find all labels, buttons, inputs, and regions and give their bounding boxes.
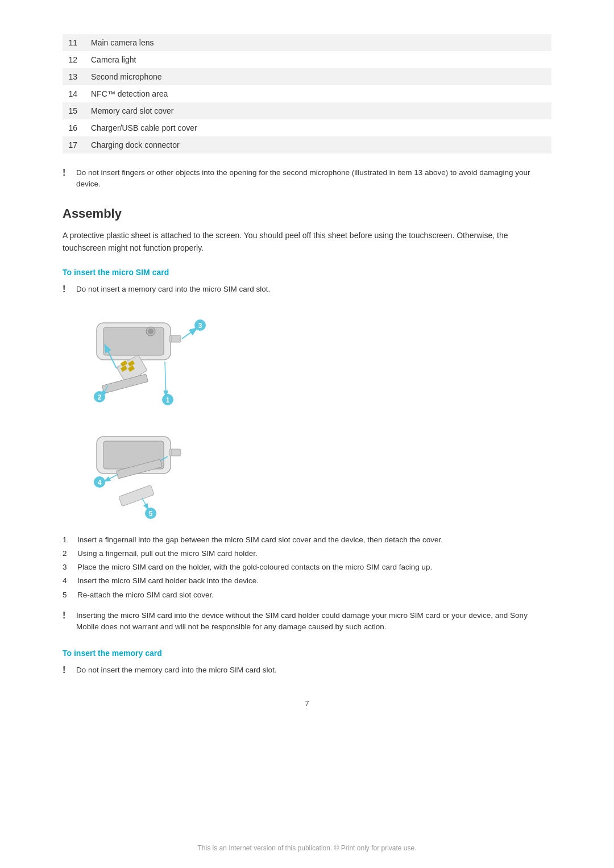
svg-line-34 [142, 498, 148, 509]
sim-steps-list: 1Insert a fingernail into the gap betwee… [63, 534, 551, 601]
step-text: Insert the micro SIM card holder back in… [77, 575, 259, 587]
assembly-title: Assembly [63, 206, 551, 221]
warning-text-microphone: Do not insert fingers or other objects i… [76, 167, 551, 190]
sim-warning-block: ! Do not insert a memory card into the m… [63, 284, 551, 295]
list-item: 5Re-attach the micro SIM card slot cover… [63, 589, 551, 601]
device-top: 3 2 [94, 319, 206, 405]
table-row: 17Charging dock connector [63, 136, 551, 153]
row-label: Second microphone [85, 68, 551, 85]
table-row: 13Second microphone [63, 68, 551, 85]
sim-warning-icon: ! [63, 284, 72, 294]
svg-rect-4 [169, 335, 181, 342]
step-text: Place the micro SIM card on the holder, … [77, 562, 432, 573]
device-bottom: 4 5 [94, 437, 181, 519]
memory-warning-block: ! Do not insert the memory card into the… [63, 665, 551, 676]
memory-section: To insert the memory card ! Do not inser… [63, 649, 551, 676]
table-row: 11Main camera lens [63, 34, 551, 51]
page-number: 7 [63, 699, 551, 708]
sim-section: To insert the micro SIM card ! Do not in… [63, 268, 551, 633]
row-number: 14 [63, 85, 85, 102]
svg-text:1: 1 [166, 396, 170, 404]
memory-warning-icon: ! [63, 665, 72, 675]
component-table: 11Main camera lens12Camera light13Second… [63, 34, 551, 153]
list-item: 1Insert a fingernail into the gap betwee… [63, 534, 551, 546]
svg-line-21 [165, 362, 166, 396]
row-number: 12 [63, 51, 85, 68]
row-label: NFC™ detection area [85, 85, 551, 102]
warning-block-microphone: ! Do not insert fingers or other objects… [63, 167, 551, 190]
row-number: 15 [63, 102, 85, 119]
footer-text: This is an Internet version of this publ… [197, 844, 416, 852]
step-text: Re-attach the micro SIM card slot cover. [77, 589, 214, 601]
table-row: 14NFC™ detection area [63, 85, 551, 102]
sim-warning-text: Do not insert a memory card into the mic… [76, 284, 270, 295]
assembly-intro: A protective plastic sheet is attached t… [63, 229, 551, 255]
row-number: 16 [63, 119, 85, 136]
step-number: 1 [63, 534, 72, 546]
table-row: 16Charger/USB cable port cover [63, 119, 551, 136]
list-item: 4Insert the micro SIM card holder back i… [63, 575, 551, 587]
list-item: 2Using a fingernail, pull out the micro … [63, 548, 551, 559]
svg-point-3 [148, 329, 154, 334]
memory-section-title: To insert the memory card [63, 649, 551, 658]
sim-warning2-text: Inserting the micro SIM card into the de… [76, 610, 551, 633]
table-row: 12Camera light [63, 51, 551, 68]
svg-rect-24 [169, 449, 181, 456]
step-number: 2 [63, 548, 72, 559]
step-number: 5 [63, 589, 72, 601]
row-label: Memory card slot cover [85, 102, 551, 119]
svg-line-6 [182, 329, 196, 339]
table-row: 15Memory card slot cover [63, 102, 551, 119]
sim-warning2-block: ! Inserting the micro SIM card into the … [63, 610, 551, 633]
row-number: 13 [63, 68, 85, 85]
row-number: 17 [63, 136, 85, 153]
memory-warning-text: Do not insert the memory card into the m… [76, 665, 277, 676]
svg-text:3: 3 [198, 322, 202, 330]
svg-text:4: 4 [98, 479, 102, 487]
step-number: 3 [63, 562, 72, 573]
sim-warning2-icon: ! [63, 610, 72, 621]
row-label: Charging dock connector [85, 136, 551, 153]
svg-rect-31 [119, 485, 155, 506]
step-number: 4 [63, 575, 72, 587]
sim-section-title: To insert the micro SIM card [63, 268, 551, 277]
step-text: Insert a fingernail into the gap between… [77, 534, 443, 546]
sim-illustration: 3 2 [63, 312, 551, 522]
step-text: Using a fingernail, pull out the micro S… [77, 548, 258, 559]
row-number: 11 [63, 34, 85, 51]
warning-icon: ! [63, 168, 72, 178]
row-label: Main camera lens [85, 34, 551, 51]
row-label: Charger/USB cable port cover [85, 119, 551, 136]
row-label: Camera light [85, 51, 551, 68]
svg-text:2: 2 [98, 393, 102, 401]
list-item: 3Place the micro SIM card on the holder,… [63, 562, 551, 573]
footer: This is an Internet version of this publ… [0, 844, 614, 852]
svg-text:5: 5 [149, 510, 153, 518]
